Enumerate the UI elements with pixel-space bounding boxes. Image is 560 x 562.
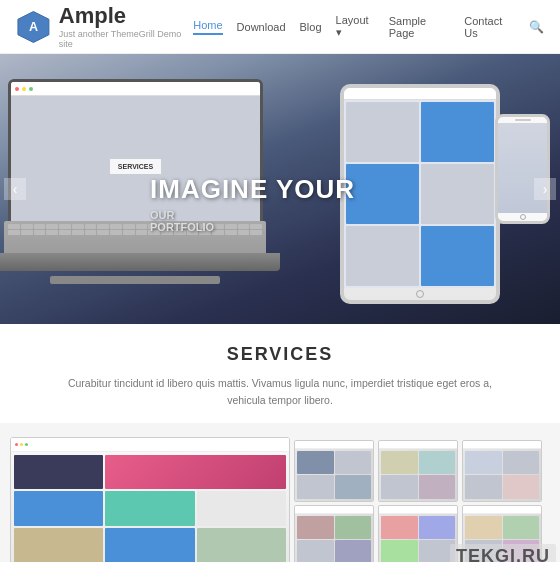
site-title: Ample	[59, 4, 193, 28]
screenshot-small-4	[378, 505, 458, 562]
laptop-foot	[50, 276, 220, 284]
nav-download[interactable]: Download	[237, 21, 286, 33]
services-description: Curabitur tincidunt id libero quis matti…	[50, 375, 510, 409]
hero-next-arrow[interactable]: ›	[534, 178, 556, 200]
logo-icon: A	[16, 9, 51, 45]
screenshots-small-col-2	[378, 440, 458, 562]
screenshot-small-2	[294, 505, 374, 562]
screenshot-main	[10, 437, 290, 562]
watermark: TEKGI.RU	[450, 544, 556, 562]
main-nav: Home Download Blog Layout ▾ Sample Page …	[193, 14, 544, 39]
hero-text: IMAGINE YOUR OURPORTFOLIO	[150, 174, 355, 233]
hero-section: SERVICES	[0, 54, 560, 324]
logo-area: A Ample Just another ThemeGrill Demo sit…	[16, 4, 193, 48]
phone-mockup	[495, 114, 550, 224]
screenshot-small-5	[462, 440, 542, 502]
nav-blog[interactable]: Blog	[300, 21, 322, 33]
screenshot-small-3	[378, 440, 458, 502]
header: A Ample Just another ThemeGrill Demo sit…	[0, 0, 560, 54]
tablet-home-button[interactable]	[416, 290, 424, 298]
hero-subtitle: OURPORTFOLIO	[150, 209, 355, 233]
tablet-mockup	[340, 84, 500, 304]
phone-home-button[interactable]	[520, 214, 526, 220]
site-tagline: Just another ThemeGrill Demo site	[59, 29, 193, 49]
services-title: SERVICES	[50, 344, 510, 365]
logo-text: Ample Just another ThemeGrill Demo site	[59, 4, 193, 48]
laptop-screen-label: SERVICES	[110, 159, 161, 174]
screenshots-section: TEKGI.RU	[0, 423, 560, 562]
screenshot-small-1	[294, 440, 374, 502]
hero-prev-arrow[interactable]: ‹	[4, 178, 26, 200]
nav-contact[interactable]: Contact Us	[464, 15, 515, 39]
svg-text:A: A	[29, 19, 38, 33]
screenshots-small-col-1	[294, 440, 374, 562]
laptop-base	[0, 253, 280, 271]
search-icon[interactable]: 🔍	[529, 20, 544, 34]
nav-sample-page[interactable]: Sample Page	[389, 15, 451, 39]
services-section: SERVICES Curabitur tincidunt id libero q…	[0, 324, 560, 423]
hero-title: IMAGINE YOUR	[150, 174, 355, 205]
nav-home[interactable]: Home	[193, 19, 222, 35]
nav-layout[interactable]: Layout ▾	[336, 14, 375, 39]
